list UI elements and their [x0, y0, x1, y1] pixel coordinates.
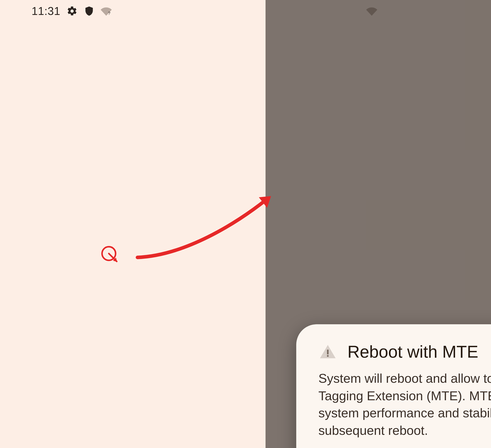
dialog-reboot-with-mte: Reboot with MTE System will reboot and a…	[296, 324, 491, 448]
svg-rect-9	[327, 355, 329, 356]
svg-rect-8	[327, 349, 329, 354]
shield-icon	[84, 6, 94, 17]
dialog-body: System will reboot and allow to experime…	[318, 370, 491, 439]
dialog-title: Reboot with MTE	[348, 342, 478, 361]
tap-indicator-icon	[100, 245, 119, 264]
wifi-question-icon: ?	[101, 6, 112, 17]
warning-icon	[318, 343, 337, 361]
screen-right: 11:31 Developer options Use developer op…	[265, 0, 491, 448]
status-clock: 11:31	[32, 5, 60, 18]
settings-gear-icon	[66, 6, 77, 17]
svg-text:?: ?	[108, 11, 110, 16]
